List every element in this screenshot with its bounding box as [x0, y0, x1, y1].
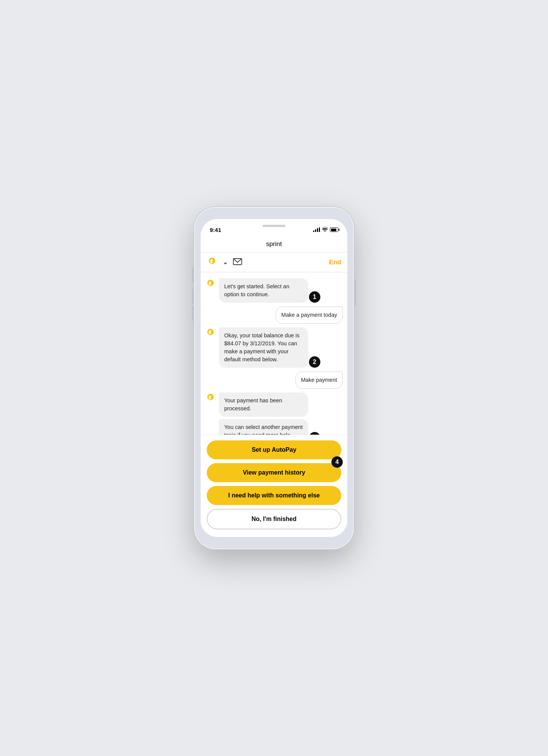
bot-avatar-3 — [205, 392, 216, 405]
app-title: sprint — [266, 240, 282, 248]
status-bar: 9:41 — [201, 219, 347, 236]
app-header: sprint — [201, 236, 347, 253]
signal-bars-icon — [313, 227, 320, 232]
bot-bubble-2: Okay, your total balance due is $84.07 b… — [219, 327, 308, 368]
bot-message-with-badge-1: Let's get started. Select an option to c… — [219, 278, 343, 303]
step-badge-4: 4 — [331, 456, 343, 468]
message-row-user-1: Make a payment today — [205, 307, 343, 324]
bot-bubble-3b: You can select another payment topic if … — [219, 419, 308, 435]
message-row-bot-3: Your payment has been processed. You can… — [205, 392, 343, 435]
step-badge-1: 1 — [309, 291, 320, 303]
status-icons — [313, 227, 338, 233]
message-row-user-2: Make payment — [205, 372, 343, 389]
chat-area: Let's get started. Select an option to c… — [201, 272, 347, 435]
user-bubble-2: Make payment — [295, 372, 343, 389]
step-badge-3: 3 — [309, 432, 320, 435]
battery-icon — [330, 227, 338, 232]
message-row-bot-1: Let's get started. Select an option to c… — [205, 278, 343, 303]
status-notch — [249, 219, 299, 230]
need-help-button[interactable]: I need help with something else — [207, 486, 341, 505]
action-buttons: Set up AutoPay View payment history I ne… — [201, 435, 347, 537]
user-bubble-1: Make a payment today — [276, 307, 343, 324]
status-time: 9:41 — [210, 227, 221, 233]
notch-pill — [263, 225, 285, 227]
finished-button[interactable]: No, I'm finished — [207, 509, 341, 529]
view-payment-history-button[interactable]: View payment history — [207, 463, 341, 482]
bot-avatar-2 — [205, 327, 216, 340]
bot-bubble-3a: Your payment has been processed. — [219, 392, 308, 417]
bot-message-with-badge-2: Okay, your total balance due is $84.07 b… — [219, 327, 343, 368]
bot-bubble-3b-row: You can select another payment topic if … — [219, 419, 343, 435]
setup-autopay-button[interactable]: Set up AutoPay — [207, 440, 341, 459]
bot-avatar-1 — [205, 278, 216, 291]
step-badge-2: 2 — [309, 356, 320, 368]
phone-screen: 9:41 — [201, 219, 347, 537]
mail-icon[interactable] — [233, 258, 242, 267]
sprint-logo — [207, 256, 217, 268]
chat-toolbar: ⌄ End — [201, 253, 347, 272]
message-row-bot-2: Okay, your total balance due is $84.07 b… — [205, 327, 343, 368]
bot-bubble-1: Let's get started. Select an option to c… — [219, 278, 308, 303]
bot-messages-3: Your payment has been processed. You can… — [219, 392, 343, 435]
end-button[interactable]: End — [329, 259, 341, 266]
phone-frame: 9:41 — [194, 207, 354, 549]
wifi-icon — [322, 227, 328, 233]
chevron-down-icon[interactable]: ⌄ — [223, 259, 228, 266]
phone-wrapper: 9:41 — [183, 195, 365, 561]
